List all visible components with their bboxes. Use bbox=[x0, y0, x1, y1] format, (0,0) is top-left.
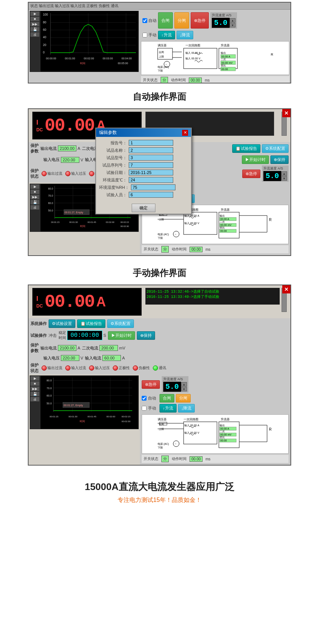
chart-play-btn[interactable]: ▶ bbox=[30, 12, 39, 16]
svg-text:00.00 mV: 00.00 mV bbox=[220, 224, 231, 226]
manual-test-report-btn[interactable]: 📋 试验报告 bbox=[77, 319, 105, 328]
m-prot-input-v: 输入过流 bbox=[71, 365, 86, 371]
product-name-input[interactable] bbox=[129, 147, 173, 153]
svg-text:00:01:45: 00:01:45 bbox=[88, 221, 96, 223]
led-output-overflow bbox=[42, 171, 47, 176]
status-top-bar: 状态 输出过流 输入过压 输入过流 正极性 负极性 通讯 bbox=[29, 3, 290, 10]
switch-status-value: 分 bbox=[161, 77, 168, 83]
open-switch-btn[interactable]: 分闸 bbox=[174, 12, 189, 29]
emerg-stop-btn[interactable]: ⊗ 急停 bbox=[191, 12, 209, 29]
auto-checkbox[interactable] bbox=[142, 18, 147, 23]
report-no-input[interactable] bbox=[129, 140, 173, 146]
m-action-time: 00.00 bbox=[190, 456, 203, 462]
m-auto-check[interactable] bbox=[142, 396, 147, 401]
svg-text:~: ~ bbox=[175, 442, 177, 446]
auto-hold-btn[interactable]: ⊕ 保持 bbox=[270, 155, 289, 164]
svg-text:时间: 时间 bbox=[80, 420, 85, 423]
m-rise-flow-btn[interactable]: ↑ 升流 bbox=[160, 404, 177, 413]
auto-test-report-btn[interactable]: 📋 试验报告 bbox=[232, 144, 260, 153]
m-chart-play-btn[interactable]: ▶ bbox=[30, 376, 39, 381]
svg-text:20: 20 bbox=[43, 43, 47, 47]
first-screenshot-wrapper: 状态 输出过流 输入过压 输入过流 正极性 负极性 通讯 ▶ ■ ▶▶ 💾 🖨 bbox=[0, 2, 319, 83]
dialog-row-3: 试品型号： bbox=[99, 155, 188, 161]
edit-params-dialog: 编辑参数 ✕ 报告号： 试品名称： 试品型号： 试品序列号： bbox=[95, 128, 192, 214]
manual-checkbox[interactable] bbox=[142, 33, 147, 37]
svg-text:二次: 二次 bbox=[220, 430, 225, 433]
dialog-row-2: 试品名称： bbox=[99, 147, 188, 153]
manual-log-panel: 2016-11-25 13:32:46->选择了自动试验 2016-11-25 … bbox=[145, 288, 280, 316]
chart-print-btn2[interactable]: 🖨 bbox=[30, 205, 39, 210]
manual-protection-row: 保护状态 输出过流 输入过流 输入过压 正极性 负极性 bbox=[29, 362, 290, 374]
svg-text:时间: 时间 bbox=[80, 225, 85, 227]
svg-text:00:02:15: 00:02:15 bbox=[121, 221, 129, 223]
manual-chart-main: 80.0 70.0 60.0 50.0 bbox=[40, 375, 139, 429]
m-drop-flow-btn[interactable]: ↓ 降流 bbox=[178, 404, 195, 413]
chart-stop-btn[interactable]: ■ bbox=[30, 17, 39, 21]
drop-flow-btn[interactable]: ↓ 降流 bbox=[177, 31, 194, 39]
auto-speed-up-btn[interactable]: ▲ bbox=[281, 171, 287, 176]
svg-text:60: 60 bbox=[43, 28, 47, 32]
chart-toolbar: ▶ ■ ▶▶ 💾 🖨 bbox=[30, 184, 40, 232]
m-chart-stop-btn[interactable]: ■ bbox=[30, 381, 39, 386]
product-serial-input[interactable] bbox=[129, 162, 173, 168]
m-led-positive bbox=[113, 365, 118, 371]
m-manual-check[interactable] bbox=[142, 406, 147, 411]
auto-speed-label: 升流速度 A/S bbox=[263, 166, 287, 171]
svg-text:80.0: 80.0 bbox=[48, 187, 53, 190]
dialog-close-btn[interactable]: ✕ bbox=[182, 130, 188, 136]
m-chart-print-btn[interactable]: 🖨 bbox=[30, 397, 39, 401]
manual-speed-down-btn[interactable]: ▼ bbox=[181, 387, 187, 391]
rise-flow-btn[interactable]: ↑ 升流 bbox=[158, 31, 175, 39]
tester-input[interactable] bbox=[129, 192, 173, 198]
manual-close-btn[interactable]: ✕ bbox=[282, 285, 290, 293]
m-prot-positive: 正极性 bbox=[119, 365, 130, 371]
manual-start-timer-btn[interactable]: ▶开始计时 bbox=[108, 331, 135, 340]
product-model-input[interactable] bbox=[129, 155, 173, 161]
m-emerg-icon: ⊗ bbox=[145, 382, 148, 387]
svg-text:00.00 mV: 00.00 mV bbox=[220, 433, 231, 436]
test-date-input[interactable] bbox=[129, 170, 173, 175]
chart-print-icon[interactable]: 🖨 bbox=[30, 32, 39, 37]
temp-input[interactable] bbox=[129, 177, 173, 183]
close-switch-btn[interactable]: 合闸 bbox=[158, 12, 173, 29]
chart-fwd-btn2[interactable]: ▶▶ bbox=[30, 195, 39, 199]
temp-label: 环境温度℃： bbox=[99, 177, 127, 183]
chart-save-btn2[interactable]: 💾 bbox=[30, 200, 39, 204]
auto-close-btn[interactable]: ✕ bbox=[282, 109, 290, 117]
manual-system-config-btn[interactable]: ⚙ 系统配置 bbox=[107, 319, 134, 328]
prot-output-label: 输出过流 bbox=[47, 171, 62, 176]
manual-speed-up-btn[interactable]: ▲ bbox=[181, 382, 187, 387]
svg-text:00.00   A: 00.00 A bbox=[220, 427, 229, 430]
m-protection-label: 保护状态 bbox=[30, 362, 39, 374]
m-open-switch-btn[interactable]: 分闸 bbox=[176, 394, 191, 402]
chart-stop-btn2[interactable]: ■ bbox=[30, 190, 39, 194]
auto-speed-down-btn[interactable]: ▼ bbox=[281, 176, 287, 181]
chart-save-icon[interactable]: 💾 bbox=[30, 27, 39, 32]
m-close-switch-btn[interactable]: 合闸 bbox=[160, 394, 174, 402]
manual-test-ops-row: 试验操作 冲击 稳定时间 00:00:00 S ▶开始计时 ⊕ 保持 bbox=[29, 329, 290, 342]
auto-system-config-btn[interactable]: ⚙ 系统配置 bbox=[262, 144, 289, 153]
m-chart-save-btn[interactable]: 💾 bbox=[30, 392, 39, 396]
manual-emerg-stop-btn[interactable]: ⊗ 急停 bbox=[142, 380, 160, 389]
dialog-title-bar: 编辑参数 ✕ bbox=[96, 128, 191, 137]
manual-test-setup-btn[interactable]: ⚙ 试验设置 bbox=[49, 319, 75, 328]
auto-start-timer-btn[interactable]: ▶开始计时 bbox=[242, 155, 269, 164]
dialog-ok-btn[interactable]: 确定 bbox=[132, 204, 155, 212]
auto-emerg-stop-btn[interactable]: ⊗ 急停 bbox=[242, 170, 260, 178]
stabilization-label: 稳定时间 bbox=[59, 330, 66, 341]
svg-text:100: 100 bbox=[43, 13, 48, 16]
led-input-voltage bbox=[65, 171, 70, 176]
manual-hold-btn[interactable]: ⊕ 保持 bbox=[137, 331, 155, 340]
m-chart-fwd-btn[interactable]: ▶▶ bbox=[30, 387, 39, 391]
chart-fwd-btn[interactable]: ▶▶ bbox=[30, 22, 39, 26]
manual-speed-label: 升流速度 A/S bbox=[163, 377, 187, 382]
product-serial-label: 试品序列号： bbox=[99, 162, 127, 168]
speed-up-btn[interactable]: ▲ bbox=[230, 18, 236, 23]
humidity-input[interactable] bbox=[131, 184, 175, 190]
svg-text:60.0: 60.0 bbox=[47, 394, 52, 397]
svg-text:00:02:00: 00:02:00 bbox=[106, 415, 115, 418]
svg-text:输入 00.00 A: 输入 00.00 A bbox=[185, 52, 200, 55]
chart-play-btn2[interactable]: ▶ bbox=[30, 184, 39, 189]
speed-down-btn[interactable]: ▼ bbox=[230, 23, 236, 27]
output-current-unit: A bbox=[78, 146, 80, 151]
